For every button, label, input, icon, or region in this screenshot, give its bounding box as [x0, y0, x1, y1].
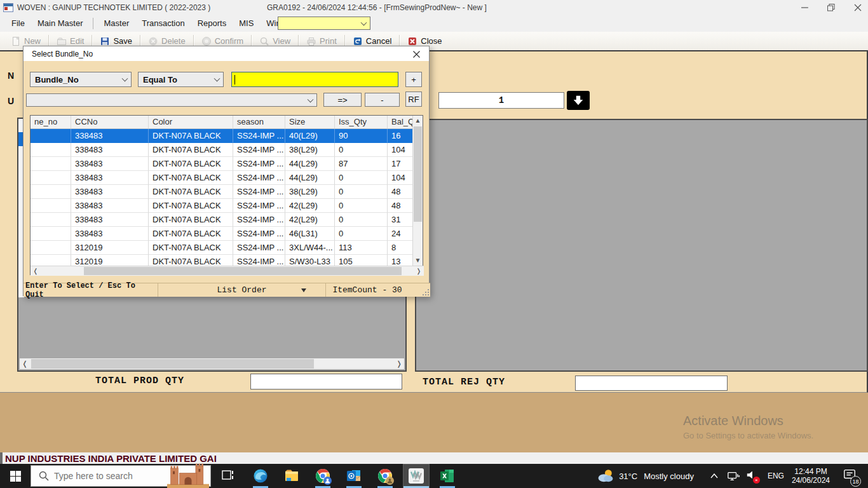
chrome-profile2-icon[interactable]: [377, 468, 393, 484]
column-header[interactable]: CCNo: [71, 116, 149, 128]
close-window-icon[interactable]: [854, 4, 862, 11]
mdi-background: Activate Windows Go to Settings to activ…: [0, 393, 868, 452]
menu-reports[interactable]: Reports: [191, 16, 233, 30]
total-prod-qty-label: TOTAL PROD QTY: [95, 376, 184, 386]
notification-center-icon[interactable]: 18: [843, 468, 857, 484]
scroll-up-icon[interactable]: ▲: [413, 116, 423, 126]
clock[interactable]: 12:44 PM 24/06/2024: [792, 467, 830, 485]
table-cell: 312019: [71, 241, 149, 255]
edge-icon[interactable]: [253, 468, 268, 484]
scroll-right-icon[interactable]: ❭: [394, 358, 404, 369]
start-button[interactable]: [0, 464, 31, 488]
scroll-down-icon[interactable]: ▼: [413, 255, 423, 266]
column-header[interactable]: ne_no: [31, 116, 71, 128]
value-selector-combo[interactable]: [26, 93, 317, 107]
rejection-grid-panel[interactable]: [415, 119, 868, 372]
menu-mis[interactable]: MIS: [233, 16, 260, 30]
vscroll-thumb[interactable]: [414, 126, 422, 222]
file-explorer-icon[interactable]: [284, 468, 299, 484]
weather-condition[interactable]: Mostly cloudy: [644, 471, 694, 481]
dialog-title-bar[interactable]: Select Bundle_No: [24, 46, 429, 61]
table-cell: 3XL/W44-...: [285, 241, 335, 255]
table-cell: DKT-N07A BLACK: [149, 241, 233, 255]
table-row[interactable]: 338483DKT-N07A BLACKSS24-IMP ...44(L29)8…: [31, 157, 414, 171]
menu-transaction[interactable]: Transaction: [135, 16, 191, 30]
language-indicator[interactable]: ENG: [768, 471, 784, 480]
scroll-left-icon[interactable]: ❬: [20, 358, 30, 369]
filter-value-input[interactable]: [231, 72, 398, 87]
temperature[interactable]: 31°C: [619, 471, 637, 481]
tray-chevron-up-icon[interactable]: [710, 473, 718, 478]
down-arrow-icon: [571, 93, 585, 107]
column-header[interactable]: Color: [149, 116, 233, 128]
menu-master[interactable]: Master: [97, 16, 135, 30]
resize-grip[interactable]: [421, 288, 429, 295]
search-highlight-castle-illustration[interactable]: [167, 461, 209, 488]
list-order-combo[interactable]: List Order: [158, 283, 326, 297]
table-row[interactable]: 338483DKT-N07A BLACKSS24-IMP ...42(L29)0…: [31, 199, 414, 213]
table-cell: 338483: [71, 143, 149, 157]
table-cell: [31, 129, 71, 143]
weather-icon[interactable]: [597, 468, 614, 484]
delete-icon: [148, 36, 158, 46]
search-input[interactable]: [54, 471, 162, 481]
table-cell: [31, 213, 71, 227]
close-red-icon: [407, 36, 417, 46]
apply-filter-button[interactable]: =>: [323, 93, 362, 107]
outlook-icon[interactable]: [346, 468, 362, 484]
table-row[interactable]: 338483DKT-N07A BLACKSS24-IMP ...42(L29)0…: [31, 213, 414, 227]
table-row[interactable]: 338483DKT-N07A BLACKSS24-IMP ...38(L29)0…: [31, 143, 414, 157]
left-panel-hscrollbar[interactable]: ❬ ❭: [20, 358, 404, 369]
operator-selector-combo[interactable]: Equal To: [138, 72, 224, 87]
table-row[interactable]: 312019DKT-N07A BLACKSS24-IMP ...3XL/W44-…: [31, 241, 414, 255]
hscroll-thumb[interactable]: [31, 359, 314, 369]
table-cell: SS24-IMP ...: [233, 157, 285, 171]
table-cell: 104: [388, 171, 414, 185]
excel-icon[interactable]: [440, 468, 455, 484]
table-cell: DKT-N07A BLACK: [149, 185, 233, 199]
chrome-profile1-icon[interactable]: [315, 468, 330, 484]
column-header[interactable]: Iss_Qty: [335, 116, 388, 128]
total-rej-qty-field[interactable]: [575, 376, 728, 391]
restore-icon[interactable]: [827, 4, 835, 11]
network-icon[interactable]: [727, 470, 740, 482]
table-cell: 42(L29): [285, 199, 335, 213]
column-header[interactable]: Bal_Q: [388, 116, 414, 128]
refresh-button[interactable]: RF: [405, 92, 422, 107]
scroll-right-icon[interactable]: ❭: [414, 266, 424, 276]
total-prod-qty-field[interactable]: [250, 374, 402, 390]
menu-main-master[interactable]: Main Master: [31, 16, 90, 30]
task-view-icon[interactable]: [220, 468, 236, 484]
taskbar-search[interactable]: [31, 465, 211, 487]
column-header[interactable]: Size: [285, 116, 335, 128]
table-row[interactable]: 338483DKT-N07A BLACKSS24-IMP ...38(L29)0…: [31, 185, 414, 199]
woven-app-button-active[interactable]: [403, 464, 430, 488]
volume-muted-icon[interactable]: ×: [746, 469, 757, 483]
dialog-close-icon[interactable]: [411, 49, 421, 59]
minimize-icon[interactable]: [801, 4, 808, 11]
add-filter-button[interactable]: +: [405, 72, 422, 87]
fetch-down-button[interactable]: [567, 91, 590, 110]
table-row[interactable]: 338483DKT-N07A BLACKSS24-IMP ...44(L29)0…: [31, 171, 414, 185]
column-header[interactable]: season: [233, 116, 285, 128]
activate-windows-watermark-sub: Go to Settings to activate Windows.: [683, 431, 813, 440]
window-selector-combo[interactable]: [278, 17, 370, 30]
remove-filter-button[interactable]: -: [365, 93, 400, 107]
table-row[interactable]: 338483DKT-N07A BLACKSS24-IMP ...46(L31)0…: [31, 227, 414, 241]
field-selector-combo[interactable]: Bundle_No: [30, 72, 132, 87]
table-row[interactable]: 312019DKT-N07A BLACKSS24-IMP ...S/W30-L3…: [31, 255, 414, 266]
chevron-down-icon: [361, 19, 367, 25]
grid-vscrollbar[interactable]: ▲ ▼: [412, 116, 423, 266]
table-cell: DKT-N07A BLACK: [149, 213, 233, 227]
menu-file[interactable]: File: [5, 16, 31, 30]
grid-hscrollbar[interactable]: ❬ ❭: [31, 266, 424, 276]
table-cell: 338483: [71, 157, 149, 171]
scroll-left-icon[interactable]: ❬: [31, 266, 41, 276]
windows-logo-icon: [10, 471, 21, 482]
table-cell: 105: [335, 255, 388, 266]
table-cell: DKT-N07A BLACK: [149, 227, 233, 241]
table-row[interactable]: 338483DKT-N07A BLACKSS24-IMP ...40(L29)9…: [31, 129, 414, 143]
hscroll-thumb[interactable]: [84, 267, 402, 275]
record-number-field[interactable]: [438, 92, 564, 109]
printer-icon: [306, 36, 316, 46]
